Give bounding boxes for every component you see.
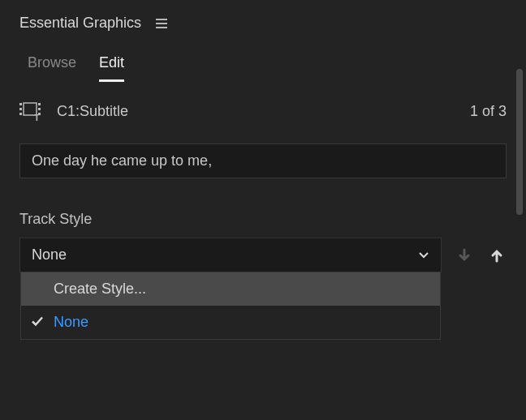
panel-menu-icon[interactable] [156,19,167,28]
track-style-dropdown[interactable]: None Create Style... None [19,238,442,272]
tab-edit[interactable]: Edit [99,54,124,82]
dropdown-item-create-style[interactable]: Create Style... [21,272,440,306]
dropdown-item-none[interactable]: None [21,306,440,339]
tab-browse[interactable]: Browse [28,54,76,82]
push-down-button[interactable] [455,246,474,265]
svg-rect-0 [19,103,22,105]
svg-rect-4 [38,103,41,105]
panel-title: Essential Graphics [19,15,141,32]
track-style-value: None [32,246,67,264]
chevron-down-icon [418,248,429,263]
checkmark-icon [31,314,44,331]
dropdown-item-none-label: None [54,314,88,330]
svg-text:T: T [34,113,40,121]
track-style-dropdown-menu: Create Style... None [20,272,441,340]
svg-rect-5 [38,108,41,110]
track-style-label: Track Style [0,193,526,238]
subtitle-track-label: C1:Subtitle [57,103,457,120]
svg-rect-1 [19,108,22,110]
caption-text-input[interactable] [19,144,507,178]
subtitle-count: 1 of 3 [470,103,507,120]
svg-rect-2 [19,113,22,115]
scrollbar[interactable] [516,69,523,215]
subtitle-track-icon: T [19,101,44,121]
push-up-button[interactable] [487,246,507,265]
